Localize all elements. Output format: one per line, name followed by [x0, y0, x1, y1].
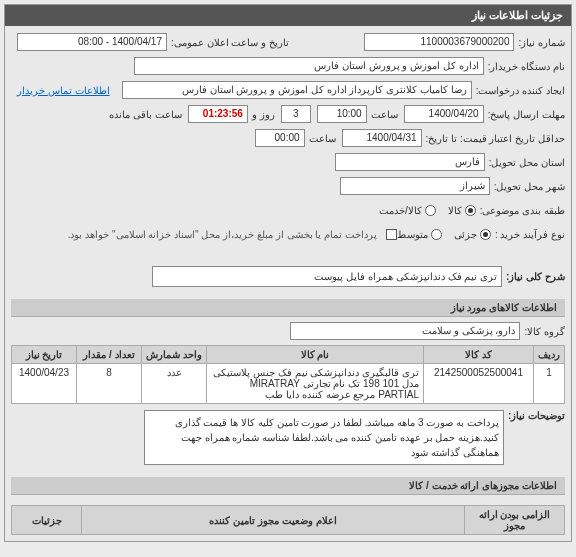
row-deadline: مهلت ارسال پاسخ: 1400/04/20 ساعت 10:00 3…	[11, 104, 565, 124]
row-category: طبقه بندی موضوعی: کالا کالا/خدمت	[11, 200, 565, 220]
remarks-label: توضیحات نیاز:	[508, 410, 565, 421]
time-label-1: ساعت	[371, 109, 398, 120]
days-label: روز و	[252, 109, 275, 120]
bottom-header-row: الزامی بودن ارائه مجوز اعلام وضعیت مجوز …	[12, 506, 565, 535]
deadline-date-field: 1400/04/20	[404, 105, 484, 123]
category-goods-label: کالا	[448, 205, 462, 216]
category-radio-group: کالا کالا/خدمت	[379, 205, 476, 216]
general-desc-field: تری نیم فک دندانپزشکی همراه فایل پیوست	[152, 266, 502, 287]
td-name: تری قالبگیری دندانپزشکی نیم فک جنس پلاست…	[207, 364, 424, 404]
th-code: کد کالا	[424, 346, 534, 364]
contact-buyer-link[interactable]: اطلاعات تماس خریدار	[17, 85, 110, 96]
row-credit-validity: حداقل تاریخ اعتبار قیمت: تا تاریخ: 1400/…	[11, 128, 565, 148]
td-qty: 8	[77, 364, 142, 404]
row-general-desc: شرح کلی نیاز: تری نیم فک دندانپزشکی همرا…	[11, 266, 565, 287]
process-radio-group: جزئی متوسط	[397, 229, 491, 240]
row-goods-group: گروه کالا: دارو، پزشکی و سلامت	[11, 321, 565, 341]
goods-section-header: اطلاعات کالاهای مورد نیاز	[11, 299, 565, 317]
category-label: طبقه بندی موضوعی:	[480, 205, 565, 216]
row-process: نوع فرآیند خرید : جزئی متوسط پرداخت تمام…	[11, 224, 565, 244]
th-mandatory: الزامی بودن ارائه مجوز	[465, 506, 565, 535]
th-date: تاریخ نیاز	[12, 346, 77, 364]
city-label: شهر محل تحویل:	[494, 181, 565, 192]
category-service-label: کالا/خدمت	[379, 205, 422, 216]
td-code: 2142500052500041	[424, 364, 534, 404]
remarks-field: پرداخت به صورت 3 ماهه میباشد. لطفا در صو…	[144, 410, 504, 465]
td-unit: عدد	[142, 364, 207, 404]
public-date-label: تاریخ و ساعت اعلان عمومی:	[171, 37, 289, 48]
public-date-field: 1400/04/17 - 08:00	[17, 33, 167, 51]
row-remarks: توضیحات نیاز: پرداخت به صورت 3 ماهه میبا…	[11, 410, 565, 465]
permits-section-header: اطلاعات مجوزهای ارائه خدمت / کالا	[11, 477, 565, 495]
th-unit: واحد شمارش	[142, 346, 207, 364]
th-row: ردیف	[534, 346, 565, 364]
province-label: استان محل تحویل:	[489, 157, 565, 168]
process-medium-option[interactable]: متوسط	[397, 229, 442, 240]
category-goods-option[interactable]: کالا	[448, 205, 476, 216]
goods-table: ردیف کد کالا نام کالا واحد شمارش تعداد /…	[11, 345, 565, 404]
th-name: نام کالا	[207, 346, 424, 364]
process-small-option[interactable]: جزئی	[454, 229, 491, 240]
need-number-label: شماره نیاز:	[518, 37, 565, 48]
process-medium-label: متوسط	[397, 229, 428, 240]
time-remaining-field: 01:23:56	[188, 105, 248, 123]
days-remaining-field: 3	[281, 105, 311, 123]
panel-title: جزئیات اطلاعات نیاز	[5, 5, 571, 26]
row-buyer-agency: نام دستگاه خریدار: اداره کل اموزش و پرور…	[11, 56, 565, 76]
process-label: نوع فرآیند خرید :	[495, 229, 565, 240]
general-desc-label: شرح کلی نیاز:	[506, 271, 565, 282]
radio-unchecked-icon	[425, 205, 436, 216]
remaining-label: ساعت باقی مانده	[109, 109, 182, 120]
td-date: 1400/04/23	[12, 364, 77, 404]
th-qty: تعداد / مقدار	[77, 346, 142, 364]
city-field: شیراز	[340, 177, 490, 195]
need-details-panel: جزئیات اطلاعات نیاز شماره نیاز: 11000036…	[4, 4, 572, 542]
th-supplier-status: اعلام وضعیت مجوز تامین کننده	[82, 506, 465, 535]
process-small-label: جزئی	[454, 229, 477, 240]
row-city: شهر محل تحویل: شیراز	[11, 176, 565, 196]
table-header-row: ردیف کد کالا نام کالا واحد شمارش تعداد /…	[12, 346, 565, 364]
bottom-strip-table: الزامی بودن ارائه مجوز اعلام وضعیت مجوز …	[11, 505, 565, 535]
time-label-2: ساعت	[309, 133, 336, 144]
credit-valid-date-field: 1400/04/31	[342, 129, 422, 147]
buyer-agency-label: نام دستگاه خریدار:	[488, 61, 565, 72]
radio-unchecked-icon	[431, 229, 442, 240]
buyer-agency-field: اداره کل اموزش و پرورش استان فارس	[134, 57, 484, 75]
deadline-label: مهلت ارسال پاسخ:	[488, 109, 565, 120]
partial-payment-checkbox[interactable]	[386, 229, 397, 240]
goods-group-label: گروه کالا:	[524, 326, 565, 337]
need-number-field: 1100003679000200	[364, 33, 514, 51]
row-province: استان محل تحویل: فارس	[11, 152, 565, 172]
credit-valid-label: حداقل تاریخ اعتبار قیمت: تا تاریخ:	[426, 133, 565, 144]
row-requester: ایجاد کننده درخواست: رضا کامیاب کلانتری …	[11, 80, 565, 100]
panel-body: شماره نیاز: 1100003679000200 تاریخ و ساع…	[5, 26, 571, 541]
td-row: 1	[534, 364, 565, 404]
row-need-number: شماره نیاز: 1100003679000200 تاریخ و ساع…	[11, 32, 565, 52]
radio-checked-icon	[480, 229, 491, 240]
deadline-time-field: 10:00	[317, 105, 367, 123]
goods-group-field: دارو، پزشکی و سلامت	[290, 322, 520, 340]
table-row[interactable]: 1 2142500052500041 تری قالبگیری دندانپزش…	[12, 364, 565, 404]
radio-checked-icon	[465, 205, 476, 216]
requester-field: رضا کامیاب کلانتری کارپرداز اداره کل امو…	[122, 81, 472, 99]
province-field: فارس	[335, 153, 485, 171]
credit-valid-time-field: 00:00	[255, 129, 305, 147]
partial-payment-note: پرداخت تمام یا بخشی از مبلغ خرید،از محل …	[68, 229, 377, 240]
category-service-option[interactable]: کالا/خدمت	[379, 205, 436, 216]
th-details: جزئیات	[12, 506, 82, 535]
requester-label: ایجاد کننده درخواست:	[476, 85, 565, 96]
